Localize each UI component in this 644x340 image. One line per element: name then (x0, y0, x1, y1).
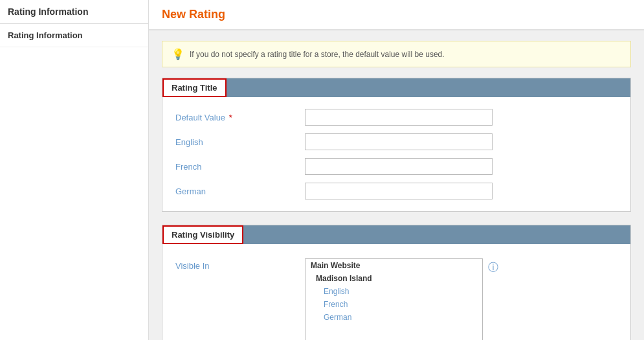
french-input[interactable] (305, 158, 493, 175)
rating-title-header: Rating Title (162, 78, 630, 97)
rating-title-label: Rating Title (162, 78, 227, 97)
visible-in-control: Main Website Madison Island English Fren… (305, 258, 498, 340)
default-value-input-wrap (305, 109, 493, 126)
visible-in-label: Visible In (175, 258, 305, 271)
default-value-label: Default Value * (175, 113, 305, 122)
default-value-input[interactable] (305, 109, 493, 126)
english-label: English (175, 137, 305, 147)
store-listbox[interactable]: Main Website Madison Island English Fren… (305, 258, 483, 340)
german-input-wrap (305, 183, 493, 199)
main-content: New Rating 💡 If you do not specify a rat… (149, 0, 644, 340)
german-label: German (175, 187, 305, 196)
help-icon[interactable]: ⓘ (488, 261, 498, 275)
english-row: English (162, 130, 630, 154)
sidebar-header-title: Rating Information (8, 6, 88, 17)
list-item[interactable]: French (305, 298, 482, 311)
page-title: New Rating (162, 8, 631, 21)
rating-visibility-section: Rating Visibility Visible In Main Websit… (162, 225, 631, 340)
sidebar-item-rating-information[interactable]: Rating Information (0, 24, 148, 47)
sidebar: Rating Information Rating Information (0, 0, 149, 340)
rating-visibility-header: Rating Visibility (162, 225, 630, 244)
visible-in-row: Visible In Main Website Madison Island E… (162, 252, 630, 340)
page-header: New Rating (149, 0, 644, 30)
german-row: German (162, 179, 630, 203)
french-input-wrap (305, 158, 493, 175)
french-row: French (162, 154, 630, 179)
list-item[interactable]: English (305, 285, 482, 298)
bulb-icon: 💡 (172, 48, 184, 60)
english-input-wrap (305, 133, 493, 150)
rating-visibility-label: Rating Visibility (162, 225, 243, 244)
sidebar-header: Rating Information (0, 0, 148, 24)
rating-visibility-body: Visible In Main Website Madison Island E… (162, 244, 630, 340)
default-value-row: Default Value * (162, 105, 630, 130)
list-item[interactable]: Madison Island (305, 272, 482, 285)
english-input[interactable] (305, 133, 493, 150)
content-area: 💡 If you do not specify a rating title f… (149, 30, 644, 340)
required-marker: * (229, 113, 232, 122)
info-message: If you do not specify a rating title for… (190, 50, 445, 59)
list-item[interactable]: German (305, 311, 482, 324)
info-box: 💡 If you do not specify a rating title f… (162, 41, 631, 67)
list-item[interactable]: Main Website (305, 259, 482, 272)
german-input[interactable] (305, 183, 493, 199)
rating-title-body: Default Value * English (162, 97, 630, 211)
rating-title-section: Rating Title Default Value * (162, 78, 631, 212)
french-label: French (175, 162, 305, 172)
